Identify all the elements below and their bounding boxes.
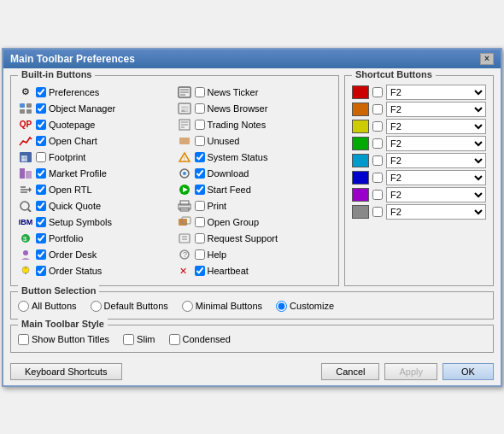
object-manager-check[interactable] [36,103,46,114]
portfolio-check[interactable] [36,233,46,243]
shortcut-select-2[interactable]: F2 [386,102,486,117]
news-browser-check[interactable] [195,103,205,114]
shortcut-select-5[interactable]: F2 [386,153,486,168]
radio-minimal-input[interactable] [182,301,193,312]
list-item: ? Help [177,247,332,262]
shortcut-check-7[interactable] [372,190,383,200]
radio-customize-input[interactable] [276,301,287,312]
shortcut-color-6 [352,171,369,185]
shortcut-color-3 [352,120,369,133]
shortcut-check-2[interactable] [372,104,383,114]
portfolio-label: Portfolio [49,233,83,243]
quotepage-check[interactable] [36,120,46,130]
close-button[interactable]: × [480,53,494,65]
download-check[interactable] [195,168,205,179]
open-group-check[interactable] [195,217,205,227]
condensed-input[interactable] [169,334,180,345]
list-item: Order Status [18,263,173,279]
portfolio-icon: $ [18,232,33,245]
download-label: Download [208,168,249,179]
order-desk-icon [18,248,33,261]
preferences-check[interactable] [36,87,46,97]
order-desk-check[interactable] [36,249,46,260]
unused-check[interactable] [195,136,205,146]
order-status-label: Order Status [49,266,102,276]
main-dialog: Main Toolbar Preferences × Built-in Butt… [2,48,502,387]
svg-text:📰: 📰 [180,104,189,113]
built-in-label: Built-in Buttons [18,69,95,79]
list-item: IBM Setup Symbols [18,214,173,230]
show-titles-input[interactable] [18,334,29,345]
trading-notes-check[interactable] [195,120,205,130]
svg-point-21 [183,172,186,175]
list-item: Open Chart [18,133,173,149]
shortcut-color-1 [352,85,369,99]
shortcut-color-5 [352,154,369,167]
print-check[interactable] [195,201,205,211]
shortcut-select-3[interactable]: F2 [386,119,486,134]
open-chart-check[interactable] [36,136,46,146]
svg-rect-6 [20,109,25,114]
setup-symbols-check[interactable] [36,217,46,227]
quick-quote-check[interactable] [36,201,46,211]
list-item: Trading Notes [177,117,332,132]
footprint-check[interactable] [36,152,46,162]
svg-marker-25 [29,187,32,192]
start-feed-icon [177,183,192,196]
shortcut-check-6[interactable] [372,173,383,183]
checkbox-condensed: Condensed [169,334,231,345]
order-status-icon [18,264,33,278]
radio-all-input[interactable] [18,301,29,312]
svg-rect-18 [20,168,25,179]
heartbeat-icon: ✕ [177,264,192,278]
svg-rect-7 [26,109,32,114]
shortcut-label: Shortcut Buttons [352,69,436,79]
list-item: ! System Status [177,150,332,165]
news-ticker-check[interactable] [195,87,205,97]
order-status-check[interactable] [36,266,46,276]
request-support-check[interactable] [195,233,205,243]
checkbox-slim: Slim [123,334,155,345]
svg-text:!: ! [184,155,185,161]
shortcut-row: F2 [352,136,486,151]
shortcut-select-7[interactable]: F2 [386,187,486,202]
market-profile-check[interactable] [36,168,46,179]
shortcut-check-4[interactable] [372,138,383,149]
cancel-button[interactable]: Cancel [321,363,379,380]
shortcut-select-8[interactable]: F2 [386,204,486,220]
help-check[interactable] [195,249,205,260]
list-item: Download [177,166,332,181]
svg-rect-5 [26,103,32,108]
shortcut-check-8[interactable] [372,207,383,217]
shortcut-select-1[interactable]: F2 [386,85,486,100]
request-support-icon [177,232,192,245]
shortcut-check-1[interactable] [372,87,383,97]
list-item: Market Profile [18,166,173,181]
shortcut-check-5[interactable] [372,155,383,166]
news-browser-label: News Browser [208,103,268,114]
radio-default-input[interactable] [91,301,102,312]
system-status-check[interactable] [195,152,205,162]
shortcut-color-8 [352,205,369,219]
list-item: Open RTL [18,182,173,197]
shortcut-select-6[interactable]: F2 [386,170,486,185]
list-item: $ Portfolio [18,231,173,246]
button-selection-box: Button Selection All Buttons Default But… [10,291,494,320]
shortcut-row: F2 [352,187,486,202]
footprint-label: Footprint [49,152,85,162]
svg-point-40 [23,250,28,255]
keyboard-shortcuts-button[interactable]: Keyboard Shortcuts [10,363,122,380]
open-rtl-check[interactable] [36,185,46,195]
ok-button[interactable]: OK [442,363,494,380]
heartbeat-check[interactable] [195,266,205,276]
news-ticker-icon [177,85,192,99]
print-label: Print [208,201,227,211]
apply-button[interactable]: Apply [384,363,437,380]
shortcut-check-3[interactable] [372,121,383,132]
list-item: Quick Quote [18,198,173,214]
shortcut-row: F2 [352,102,486,117]
shortcut-select-4[interactable]: F2 [386,136,486,151]
start-feed-check[interactable] [195,185,205,195]
svg-point-28 [21,202,29,210]
slim-input[interactable] [123,334,134,345]
